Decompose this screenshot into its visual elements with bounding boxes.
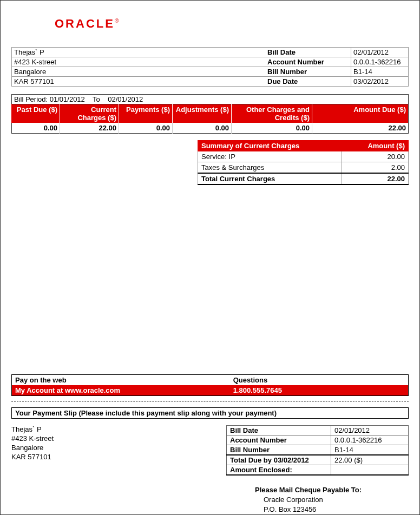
slip-customer-region: KAR 577101 [11,453,54,462]
slip-customer-name: Thejas` P [11,425,54,434]
other-charges-value: 0.00 [232,123,312,134]
col-amount-due: Amount Due ($) [312,104,409,123]
registered-icon: ® [115,18,119,24]
summary-total-amount: 22.00 [342,173,409,184]
past-due-value: 0.00 [12,123,60,134]
mail-to-line2: P.O. Box 123456 [255,505,409,514]
account-number-value: 0.0.0.1-362216 [351,57,409,67]
invoice-page: ORACLE® Thejas` P Bill Date 02/01/2012 #… [0,0,420,515]
customer-city: Bangalore [12,67,266,77]
bill-period-row: Bill Period: 01/01/2012 To 02/01/2012 [11,94,409,104]
customer-street: #423 K-street [12,57,266,67]
col-payments: Payments ($) [119,104,173,123]
mail-to-block: Please Mail Cheque Payable To: Oracle Co… [255,485,409,515]
slip-customer-city: Bangalore [11,444,54,453]
slip-amount-enclosed [331,465,409,476]
pay-on-web-label: Pay on the web [12,375,230,386]
slip-address: Thejas` P #423 K-street Bangalore KAR 57… [11,425,54,476]
bill-number-value: B1-14 [351,67,409,77]
summary-row-label-1: Taxes & Surcharges [198,162,342,174]
slip-bill-date-label: Bill Date [227,426,331,435]
due-date-label: Due Date [265,77,351,87]
col-adjustments: Adjustments ($) [173,104,232,123]
summary-total-label: Total Current Charges [198,173,342,184]
questions-phone: 1.800.555.7645 [230,385,409,396]
payments-value: 0.00 [119,123,173,134]
slip-account-number-label: Account Number [227,435,331,445]
summary-title: Summary of Current Charges [198,141,342,151]
col-other: Other Charges and Credits ($) [232,104,312,123]
summary-wrapper: Summary of Current Charges Amount ($) Se… [11,140,409,185]
summary-amount-header: Amount ($) [342,141,409,151]
customer-region: KAR 577101 [12,77,266,87]
slip-info-table: Bill Date 02/01/2012 Account Number 0.0.… [226,425,409,476]
bill-number-label: Bill Number [265,67,351,77]
slip-bill-number-label: Bill Number [227,445,331,455]
bill-period-from: 01/01/2012 [50,95,85,103]
due-date-value: 03/02/2012 [351,77,409,87]
col-current: Current Charges ($) [60,104,119,123]
current-charges-value: 22.00 [60,123,119,134]
payment-slip-body: Thejas` P #423 K-street Bangalore KAR 57… [11,425,409,476]
slip-bill-number: B1-14 [331,445,409,455]
customer-bill-info-table: Thejas` P Bill Date 02/01/2012 #423 K-st… [11,47,409,87]
bill-period-label: Bill Period: [14,95,48,103]
col-past-due: Past Due ($) [12,104,60,123]
amount-due-value: 22.00 [312,123,409,134]
account-number-label: Account Number [265,57,351,67]
bill-date-value: 02/01/2012 [351,48,409,57]
summary-table: Summary of Current Charges Amount ($) Se… [198,140,409,185]
adjustments-value: 0.00 [173,123,232,134]
slip-amount-enclosed-label: Amount Enclosed: [227,465,331,476]
mail-to-line1: Oracle Corporation [255,495,409,505]
questions-label: Questions [230,375,409,386]
bill-date-label: Bill Date [265,48,351,57]
bill-period-to-label: To [93,95,100,103]
contact-table: Pay on the web Questions My Account at w… [11,374,409,396]
charges-table: Past Due ($) Current Charges ($) Payment… [11,104,409,134]
slip-total-due: 22.00 ($) [331,455,409,465]
customer-name: Thejas` P [12,48,266,57]
brand-logo: ORACLE® [55,17,409,31]
tear-line [11,401,409,402]
slip-account-number: 0.0.0.1-362216 [331,435,409,445]
summary-row-label-0: Service: IP [198,151,342,162]
mail-to-header: Please Mail Cheque Payable To: [255,485,409,495]
slip-customer-street: #423 K-street [11,434,54,444]
summary-row-amount-0: 20.00 [342,151,409,162]
summary-row-amount-1: 2.00 [342,162,409,174]
slip-total-due-label: Total Due by 03/02/2012 [227,455,331,465]
bill-period-to: 02/01/2012 [108,95,143,103]
brand-text: ORACLE [55,17,115,31]
slip-bill-date: 02/01/2012 [331,426,409,435]
pay-on-web-value: My Account at www.oracle.com [12,385,230,396]
payment-slip-header: Your Payment Slip (Please include this p… [11,407,409,419]
